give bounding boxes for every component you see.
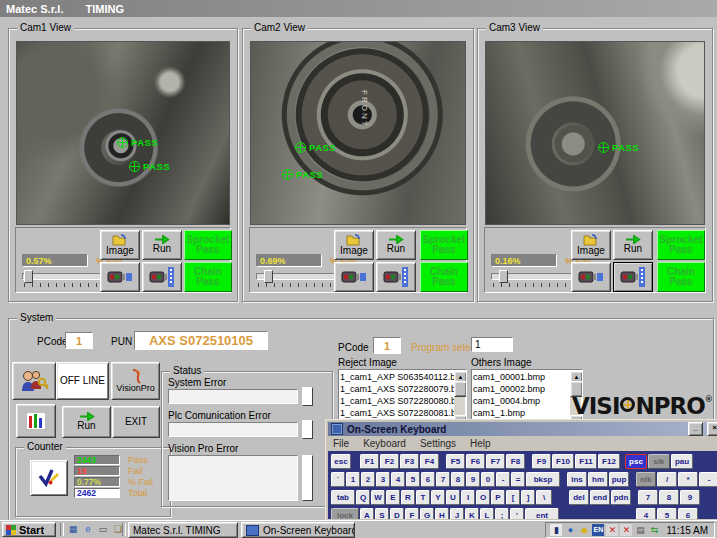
- osk-menu-keyboard[interactable]: Keyboard: [363, 438, 406, 449]
- cam3-camera-button-1[interactable]: [571, 262, 611, 292]
- offline-button[interactable]: OFF LINE: [56, 362, 109, 400]
- osk-key-'[interactable]: ': [510, 508, 524, 519]
- osk-key-*[interactable]: *: [678, 472, 698, 487]
- cam2-image-button[interactable]: Image: [334, 230, 374, 260]
- osk-key-pau[interactable]: pau: [671, 454, 693, 469]
- osk-key-P[interactable]: P: [491, 490, 505, 505]
- osk-menu-file[interactable]: File: [333, 438, 349, 449]
- osk-key-S[interactable]: S: [375, 508, 389, 519]
- cam1-camera-button-1[interactable]: [100, 262, 140, 292]
- osk-key-D[interactable]: D: [390, 508, 404, 519]
- program-selection-field[interactable]: 1: [471, 337, 513, 352]
- osk-key-K[interactable]: K: [465, 508, 479, 519]
- osk-key-8[interactable]: 8: [451, 472, 465, 487]
- start-button[interactable]: Start: [2, 522, 56, 537]
- osk-key-T[interactable]: T: [416, 490, 430, 505]
- counter-reset-button[interactable]: [30, 460, 68, 496]
- osk-key-8[interactable]: 8: [659, 490, 679, 505]
- list-item[interactable]: 1_cam1_AXS S072280079.bmp: [340, 383, 454, 395]
- list-item[interactable]: cam1_1.bmp: [473, 407, 570, 419]
- osk-key-F6[interactable]: F6: [466, 454, 485, 469]
- cam1-run-button[interactable]: Run: [142, 230, 182, 260]
- osk-key-E[interactable]: E: [386, 490, 400, 505]
- osk-key-2[interactable]: 2: [361, 472, 375, 487]
- list-item[interactable]: cam1_0004.bmp: [473, 395, 570, 407]
- osk-key-F10[interactable]: F10: [552, 454, 574, 469]
- osk-key-\[interactable]: \: [536, 490, 552, 505]
- osk-key-lock[interactable]: lock: [331, 508, 359, 519]
- cam1-image-button[interactable]: Image: [100, 230, 140, 260]
- quicklaunch-show-desktop-icon[interactable]: ▭: [96, 523, 110, 536]
- osk-menu-help[interactable]: Help: [470, 438, 491, 449]
- osk-key-del[interactable]: del: [569, 490, 589, 505]
- cam2-sprocket-pass-button[interactable]: Sprocket Pass: [420, 230, 468, 260]
- osk-key-F4[interactable]: F4: [420, 454, 439, 469]
- osk-key-F9[interactable]: F9: [532, 454, 551, 469]
- osk-key-L[interactable]: L: [480, 508, 494, 519]
- osk-key-ent[interactable]: ent: [525, 508, 559, 519]
- osk-key-bksp[interactable]: bksp: [526, 472, 560, 487]
- tray-net-disconnected-icon[interactable]: ✕: [606, 524, 618, 536]
- taskbar-task-matec[interactable]: Matec S.r.l. TIMING: [128, 522, 238, 538]
- osk-key-G[interactable]: G: [420, 508, 434, 519]
- osk-key-F12[interactable]: F12: [598, 454, 620, 469]
- minimize-icon[interactable]: _: [688, 422, 703, 436]
- osk-key-esc[interactable]: esc: [331, 454, 351, 469]
- osk-key-nlk[interactable]: nlk: [636, 472, 656, 487]
- osk-key-F11[interactable]: F11: [575, 454, 597, 469]
- quicklaunch-media-icon[interactable]: ▦: [66, 523, 80, 536]
- cam3-sprocket-pass-button[interactable]: Sprocket Pass: [657, 230, 705, 260]
- osk-key-/[interactable]: /: [657, 472, 677, 487]
- osk-key-[[interactable]: [: [506, 490, 520, 505]
- list-item[interactable]: cam1_00001.bmp: [473, 371, 570, 383]
- osk-key-0[interactable]: 0: [481, 472, 495, 487]
- osk-key--[interactable]: -: [496, 472, 510, 487]
- cam2-chain-pass-button[interactable]: Chain Pass: [420, 262, 468, 292]
- osk-key-F7[interactable]: F7: [486, 454, 505, 469]
- osk-key-tab[interactable]: tab: [331, 490, 355, 505]
- osk-key-ins[interactable]: ins: [567, 472, 587, 487]
- cam2-run-button[interactable]: Run: [376, 230, 416, 260]
- osk-key-;[interactable]: ;: [495, 508, 509, 519]
- cam3-camera-button-2[interactable]: [613, 262, 653, 292]
- osk-key-=[interactable]: =: [511, 472, 525, 487]
- pun-field[interactable]: AXS S072510105: [134, 331, 268, 350]
- osk-key-5[interactable]: 5: [406, 472, 420, 487]
- osk-key-9[interactable]: 9: [680, 490, 700, 505]
- osk-key-1[interactable]: 1: [346, 472, 360, 487]
- cam1-chain-pass-button[interactable]: Chain Pass: [184, 262, 232, 292]
- osk-key-A[interactable]: A: [360, 508, 374, 519]
- osk-key-end[interactable]: end: [590, 490, 610, 505]
- osk-key-U[interactable]: U: [446, 490, 460, 505]
- statistics-button[interactable]: [16, 404, 56, 438]
- cam3-chain-pass-button[interactable]: Chain Pass: [657, 262, 705, 292]
- osk-key-slk[interactable]: slk: [648, 454, 670, 469]
- taskbar-task-osk[interactable]: On-Screen Keyboard: [241, 522, 355, 538]
- osk-key-4[interactable]: 4: [391, 472, 405, 487]
- pcode2-field[interactable]: 1: [373, 337, 401, 354]
- cam3-run-button[interactable]: Run: [613, 230, 653, 260]
- osk-key-7[interactable]: 7: [638, 490, 658, 505]
- system-run-button[interactable]: Run: [62, 406, 111, 438]
- cam1-sprocket-pass-button[interactable]: Sprocket Pass: [184, 230, 232, 260]
- tray-printer-icon[interactable]: ▤: [634, 524, 646, 536]
- osk-menu-settings[interactable]: Settings: [420, 438, 456, 449]
- osk-key-hm[interactable]: hm: [588, 472, 608, 487]
- cam2-camera-button-1[interactable]: [334, 262, 374, 292]
- osk-key-F[interactable]: F: [405, 508, 419, 519]
- osk-key-6[interactable]: 6: [678, 508, 698, 519]
- osk-key-6[interactable]: 6: [421, 472, 435, 487]
- tray-language-icon[interactable]: EN: [592, 524, 604, 536]
- osk-key-Q[interactable]: Q: [356, 490, 370, 505]
- osk-key-9[interactable]: 9: [466, 472, 480, 487]
- visionpro-button[interactable]: VisionPro: [111, 362, 160, 400]
- osk-key-7[interactable]: 7: [436, 472, 450, 487]
- osk-key-pdn[interactable]: pdn: [611, 490, 631, 505]
- osk-key-I[interactable]: I: [461, 490, 475, 505]
- close-icon[interactable]: ×: [707, 422, 717, 436]
- tray-warning-icon[interactable]: ◆: [578, 524, 590, 536]
- osk-key-`[interactable]: `: [331, 472, 345, 487]
- osk-key--[interactable]: -: [699, 472, 717, 487]
- list-item[interactable]: cam1_00002.bmp: [473, 383, 570, 395]
- osk-key-F5[interactable]: F5: [446, 454, 465, 469]
